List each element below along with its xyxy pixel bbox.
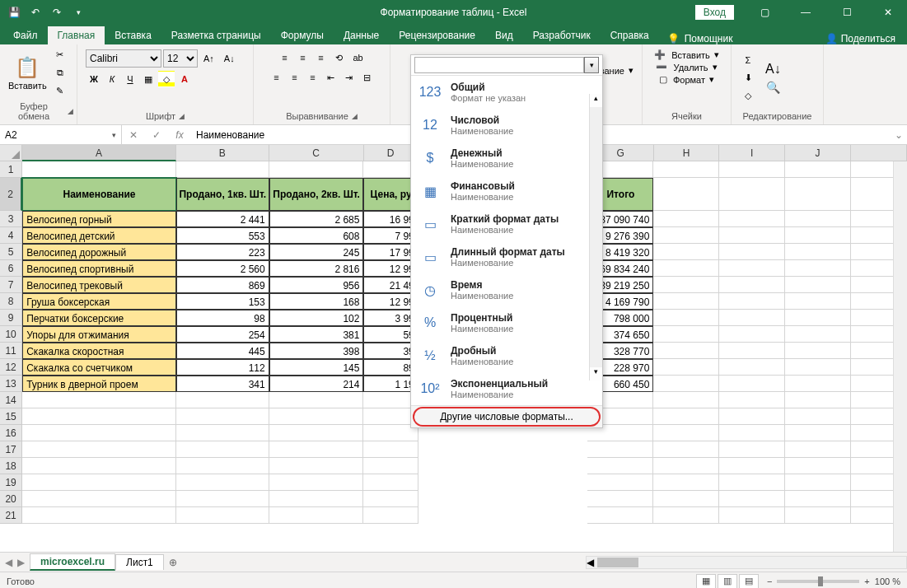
decrease-indent-icon[interactable]: ⇤ <box>323 69 339 86</box>
number-format-option[interactable]: 123 ОбщийФормат не указан <box>411 76 602 109</box>
align-bottom-icon[interactable]: ≡ <box>312 49 329 66</box>
sheet-nav-prev-icon[interactable]: ◀ <box>5 557 12 568</box>
number-format-option[interactable]: ◷ ВремяНаименование <box>411 273 602 306</box>
fill-color-icon[interactable]: ◇ <box>158 71 175 87</box>
tab-data[interactable]: Данные <box>334 26 389 44</box>
ribbon-options-icon[interactable]: ▢ <box>746 0 783 25</box>
italic-icon[interactable]: К <box>104 71 120 87</box>
align-top-icon[interactable]: ≡ <box>276 49 292 66</box>
merge-icon[interactable]: ⊟ <box>359 69 376 86</box>
minimize-icon[interactable]: — <box>787 0 825 25</box>
format-painter-icon[interactable]: ✎ <box>52 83 68 100</box>
scroll-left-icon[interactable]: ◀ <box>587 557 594 568</box>
sheet-tab[interactable]: Лист1 <box>115 554 164 570</box>
align-middle-icon[interactable]: ≡ <box>294 49 311 66</box>
sheet-tab[interactable]: microexcel.ru <box>30 553 115 571</box>
insert-cells-button[interactable]: ➕ Вставить ▾ <box>654 49 719 60</box>
horizontal-scrollbar[interactable]: ◀ <box>586 556 907 569</box>
tab-insert[interactable]: Вставка <box>105 26 161 44</box>
number-format-option[interactable]: ½ ДробныйНаименование <box>411 339 602 372</box>
font-launcher-icon[interactable]: ◢ <box>179 112 185 120</box>
align-left-icon[interactable]: ≡ <box>269 69 285 86</box>
tell-me[interactable]: 💡Помощник <box>659 33 741 44</box>
accept-formula-icon[interactable]: ✓ <box>145 129 168 141</box>
maximize-icon[interactable]: ☐ <box>828 0 866 25</box>
font-name-select[interactable]: Calibri <box>86 49 161 68</box>
col-header[interactable]: C <box>269 145 364 161</box>
tab-home[interactable]: Главная <box>48 26 105 44</box>
paste-button[interactable]: 📋 Вставить <box>3 54 52 92</box>
dropdown-scrollbar[interactable]: ▴ ▾ <box>589 94 602 380</box>
col-header[interactable]: A <box>22 145 176 161</box>
number-format-option[interactable]: 10² ЭкспоненциальныйНаименование <box>411 372 602 405</box>
add-sheet-icon[interactable]: ⊕ <box>164 557 182 568</box>
clear-icon[interactable]: ◇ <box>740 88 756 105</box>
decrease-font-icon[interactable]: A↓ <box>220 50 239 67</box>
zoom-slider[interactable] <box>777 580 859 583</box>
col-header[interactable]: I <box>719 145 785 161</box>
page-break-view-icon[interactable]: ▤ <box>739 574 759 589</box>
delete-cells-button[interactable]: ➖ Удалить ▾ <box>656 62 717 72</box>
number-format-input[interactable] <box>414 57 584 73</box>
align-right-icon[interactable]: ≡ <box>305 69 321 86</box>
login-button[interactable]: Вход <box>695 5 734 20</box>
tab-file[interactable]: Файл <box>3 26 48 44</box>
number-format-dropdown-icon[interactable]: ▾ <box>584 57 599 73</box>
number-format-option[interactable]: ▦ ФинансовыйНаименование <box>411 175 602 208</box>
align-center-icon[interactable]: ≡ <box>287 69 303 86</box>
select-all-corner[interactable] <box>0 145 22 161</box>
undo-icon[interactable]: ↶ <box>28 5 43 20</box>
vertical-scrollbar[interactable] <box>893 161 907 552</box>
col-header[interactable]: H <box>654 145 720 161</box>
tab-view[interactable]: Вид <box>485 26 523 44</box>
zoom-in-icon[interactable]: + <box>864 576 869 586</box>
active-cell[interactable]: Наименование <box>22 178 176 211</box>
cut-icon[interactable]: ✂ <box>52 47 68 63</box>
col-header[interactable]: B <box>176 145 269 161</box>
col-header[interactable]: J <box>785 145 851 161</box>
find-icon[interactable]: 🔍 <box>761 79 785 96</box>
zoom-level[interactable]: 100 % <box>875 576 900 586</box>
clipboard-launcher-icon[interactable]: ◢ <box>68 107 73 115</box>
qat-customize-icon[interactable]: ▾ <box>71 5 86 20</box>
scroll-up-icon[interactable]: ▴ <box>590 94 602 107</box>
bold-icon[interactable]: Ж <box>86 71 102 87</box>
sheet-nav-next-icon[interactable]: ▶ <box>17 557 25 568</box>
border-icon[interactable]: ▦ <box>140 71 157 87</box>
name-box[interactable]: A2 <box>0 125 122 144</box>
zoom-out-icon[interactable]: − <box>767 576 772 586</box>
cancel-formula-icon[interactable]: ✕ <box>122 129 145 141</box>
sort-filter-icon[interactable]: A↓ <box>761 61 785 77</box>
fx-icon[interactable]: fx <box>168 129 191 141</box>
tab-formulas[interactable]: Формулы <box>271 26 334 44</box>
wrap-text-icon[interactable]: ab <box>348 49 367 66</box>
font-color-icon[interactable]: А <box>176 71 193 87</box>
tab-help[interactable]: Справка <box>601 26 659 44</box>
tab-review[interactable]: Рецензирование <box>389 26 485 44</box>
redo-icon[interactable]: ↷ <box>49 5 64 20</box>
increase-indent-icon[interactable]: ⇥ <box>341 69 358 86</box>
number-format-option[interactable]: ▭ Длинный формат датыНаименование <box>411 240 602 273</box>
tab-developer[interactable]: Разработчик <box>523 26 601 44</box>
orientation-icon[interactable]: ⟲ <box>330 49 347 66</box>
col-header[interactable] <box>851 145 907 161</box>
page-layout-view-icon[interactable]: ▥ <box>718 574 737 589</box>
alignment-launcher-icon[interactable]: ◢ <box>352 112 358 120</box>
number-format-option[interactable]: $ ДенежныйНаименование <box>411 142 602 175</box>
normal-view-icon[interactable]: ▦ <box>696 574 716 589</box>
save-icon[interactable]: 💾 <box>7 5 21 20</box>
increase-font-icon[interactable]: A↑ <box>199 50 218 67</box>
underline-icon[interactable]: Ч <box>122 71 138 87</box>
number-format-option[interactable]: 12 ЧисловойНаименование <box>411 109 602 142</box>
tab-page-layout[interactable]: Разметка страницы <box>161 26 271 44</box>
scroll-down-icon[interactable]: ▾ <box>590 367 602 380</box>
autosum-icon[interactable]: Σ <box>740 52 756 68</box>
close-icon[interactable]: ✕ <box>869 0 907 25</box>
more-number-formats-button[interactable]: Другие числовые форматы... <box>411 405 602 427</box>
number-format-option[interactable]: ▭ Краткий формат датыНаименование <box>411 208 602 240</box>
copy-icon[interactable]: ⧉ <box>52 65 68 82</box>
expand-formula-bar-icon[interactable]: ⌄ <box>891 125 907 144</box>
format-cells-button[interactable]: ▢ Формат ▾ <box>659 74 714 85</box>
share-button[interactable]: 👤Поделиться <box>817 33 904 44</box>
fill-icon[interactable]: ⬇ <box>740 70 756 86</box>
